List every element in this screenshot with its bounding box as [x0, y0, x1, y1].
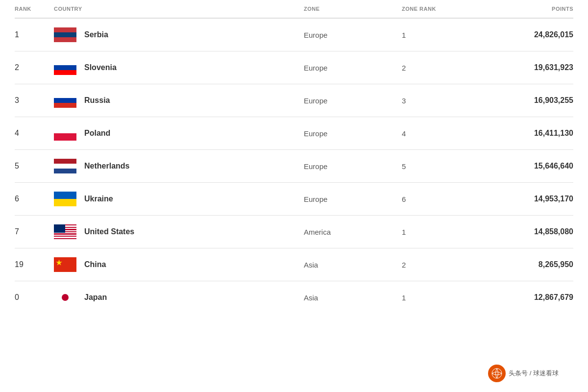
points-header: POINTS [475, 6, 573, 12]
table-row: 3 Russia Europe 3 16,903,255 [15, 84, 573, 117]
country-name-text: Poland [84, 129, 110, 138]
flag-poland [54, 126, 76, 141]
country-cell: Slovenia [54, 60, 304, 75]
table-row: 2 Slovenia Europe 2 19,631,923 [15, 51, 573, 84]
points-cell: 16,903,255 [475, 96, 573, 105]
zone-cell: Europe [304, 162, 402, 171]
country-cell: China [54, 257, 304, 272]
flag-japan [54, 290, 76, 305]
points-cell: 15,646,640 [475, 162, 573, 171]
zone-cell: Europe [304, 64, 402, 72]
points-cell: 8,265,950 [475, 260, 573, 269]
zone-rank-cell: 4 [402, 129, 475, 138]
zone-cell: America [304, 228, 402, 236]
country-cell: Japan [54, 290, 304, 305]
points-cell: 16,411,130 [475, 129, 573, 138]
rank-cell: 6 [15, 195, 54, 203]
flag-serbia [54, 27, 76, 42]
basketball-icon [491, 368, 502, 379]
zone-rank-cell: 6 [402, 195, 475, 203]
table-header: RANK COUNTRY ZONE ZONE RANK POINTS [15, 0, 573, 19]
points-cell: 14,858,080 [475, 227, 573, 236]
country-name-text: Ukraine [84, 195, 113, 203]
points-cell: 19,631,923 [475, 63, 573, 72]
zone-cell: Asia [304, 261, 402, 269]
rank-cell: 0 [15, 293, 54, 302]
rank-cell: 19 [15, 260, 54, 269]
zone-cell: Europe [304, 97, 402, 105]
country-cell: Russia [54, 93, 304, 108]
zone-cell: Asia [304, 294, 402, 302]
flag-ukraine [54, 192, 76, 206]
rank-cell: 4 [15, 129, 54, 138]
zone-rank-cell: 5 [402, 162, 475, 171]
zone-rank-cell: 3 [402, 97, 475, 105]
country-name-text: Slovenia [84, 63, 117, 72]
country-cell: Serbia [54, 27, 304, 42]
points-cell: 24,826,015 [475, 30, 573, 39]
flag-china [54, 257, 76, 272]
watermark-logo [488, 365, 506, 382]
flag-netherlands [54, 159, 76, 173]
country-cell: Netherlands [54, 159, 304, 173]
country-cell: Poland [54, 126, 304, 141]
rank-cell: 7 [15, 227, 54, 236]
country-name-text: Serbia [84, 30, 108, 39]
zone-cell: Europe [304, 31, 402, 39]
table-body: 1 Serbia Europe 1 24,826,015 2 Slovenia … [15, 19, 573, 314]
table-row: 7 United States America 1 14,858,080 [15, 216, 573, 248]
country-header: COUNTRY [54, 6, 304, 12]
svg-point-0 [492, 368, 502, 378]
country-cell: Ukraine [54, 192, 304, 206]
rank-cell: 1 [15, 30, 54, 39]
zone-header: ZONE [304, 6, 402, 12]
zone-rank-cell: 1 [402, 31, 475, 39]
zone-rank-cell: 2 [402, 64, 475, 72]
points-cell: 14,953,170 [475, 195, 573, 203]
table-row: 5 Netherlands Europe 5 15,646,640 [15, 150, 573, 183]
zone-rank-header: ZONE RANK [402, 6, 475, 12]
rank-cell: 2 [15, 63, 54, 72]
zone-rank-cell: 2 [402, 261, 475, 269]
table-row: 19 China Asia 2 8,265,950 [15, 248, 573, 281]
flag-usa [54, 224, 76, 239]
zone-cell: Europe [304, 195, 402, 203]
table-row: 4 Poland Europe 4 16,411,130 [15, 117, 573, 150]
flag-slovenia [54, 60, 76, 75]
zone-rank-cell: 1 [402, 228, 475, 236]
country-name-text: Russia [84, 96, 110, 105]
zone-cell: Europe [304, 129, 402, 138]
rankings-table: RANK COUNTRY ZONE ZONE RANK POINTS 1 Ser… [0, 0, 588, 314]
zone-rank-cell: 1 [402, 294, 475, 302]
country-name-text: United States [84, 227, 134, 236]
country-name-text: Netherlands [84, 162, 129, 171]
table-row: 0 Japan Asia 1 12,867,679 [15, 281, 573, 314]
flag-russia [54, 93, 76, 108]
rank-cell: 5 [15, 162, 54, 171]
country-cell: United States [54, 224, 304, 239]
country-name-text: Japan [84, 293, 107, 302]
points-cell: 12,867,679 [475, 293, 573, 302]
table-row: 1 Serbia Europe 1 24,826,015 [15, 19, 573, 51]
rank-cell: 3 [15, 96, 54, 105]
watermark-container: 头条号 / 球迷看球 [0, 365, 588, 382]
watermark-text: 头条号 / 球迷看球 [509, 369, 559, 378]
rank-header: RANK [15, 6, 54, 12]
country-name-text: China [84, 260, 106, 269]
table-row: 6 Ukraine Europe 6 14,953,170 [15, 183, 573, 216]
